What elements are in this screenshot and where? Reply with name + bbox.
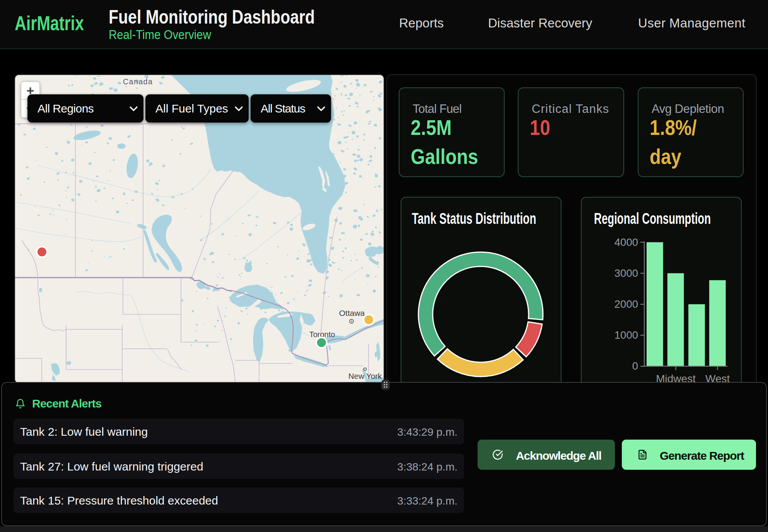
svg-text:New York: New York (348, 372, 382, 380)
svg-text:Canada: Canada (123, 77, 153, 86)
svg-text:Ottawa: Ottawa (339, 309, 365, 317)
svg-text:4000: 4000 (614, 236, 638, 248)
svg-text:0: 0 (632, 360, 638, 372)
svg-text:2000: 2000 (614, 298, 638, 310)
svg-text:3000: 3000 (614, 267, 638, 279)
svg-text:1000: 1000 (614, 329, 638, 341)
